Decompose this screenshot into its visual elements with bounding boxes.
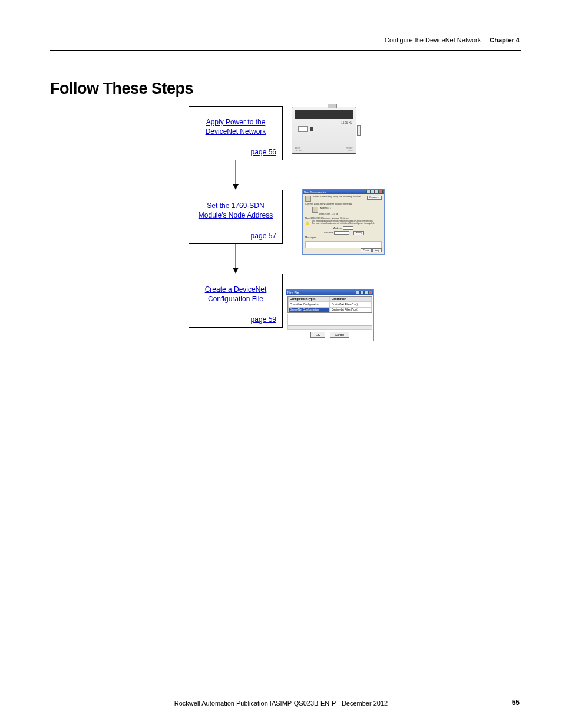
psu-led — [310, 127, 313, 131]
dialog3-titlebar: New File — [286, 289, 373, 295]
svg-marker-3 — [233, 268, 239, 274]
dialog2-current-header: Current 1769-SDN Scanner Module Settings — [305, 203, 382, 206]
new-rate-select[interactable] — [334, 231, 349, 235]
dialog2-window-controls — [366, 190, 383, 193]
flow-step-1: Apply Power to the DeviceNet Network pag… — [189, 106, 283, 160]
min-icon[interactable] — [366, 190, 371, 193]
close-icon[interactable] — [379, 190, 383, 193]
dialog2-new-header: New 1769-SDN Scanner Module Settings — [305, 217, 382, 220]
dialog2-warning-text: The network data rate should not be chan… — [312, 220, 376, 225]
flow-step-3: Create a DeviceNet Configuration File pa… — [189, 274, 283, 328]
footer-page-number: 55 — [512, 699, 520, 707]
dialog2-body: Select a device by using the browsing se… — [303, 194, 384, 254]
psu-foot-right: OUTPUT24V DC — [330, 148, 353, 152]
psu-top-vent — [295, 110, 353, 119]
flow-step-3-page[interactable]: page 59 — [251, 315, 276, 324]
svg-marker-1 — [233, 184, 239, 190]
flow-step-1-page[interactable]: page 56 — [251, 148, 276, 156]
device-icon — [305, 196, 311, 202]
help-icon[interactable] — [375, 190, 379, 193]
flow-connector-2 — [177, 244, 295, 274]
page-title: Follow These Steps — [50, 80, 193, 98]
current-rate-value: 125 kb — [331, 212, 338, 215]
flow-step-2-link[interactable]: Set the 1769-SDN Module's Node Address — [189, 190, 282, 220]
browse-button[interactable]: Browse... — [367, 196, 382, 200]
messages-area — [305, 241, 382, 248]
thumb-power-supply: 1606-XL INPUT100-240V OUTPUT24V DC — [286, 103, 368, 162]
current-address-label: Address — [320, 206, 329, 209]
psu-body: 1606-XL INPUT100-240V OUTPUT24V DC — [292, 107, 356, 154]
max-icon[interactable] — [371, 190, 375, 193]
grid-header-desc: Description — [330, 297, 372, 302]
dialog3-list-blank — [287, 314, 372, 330]
warning-icon — [305, 220, 310, 225]
flowchart: Apply Power to the DeviceNet Network pag… — [177, 106, 295, 328]
flow-step-2: Set the 1769-SDN Module's Node Address p… — [189, 190, 283, 244]
new-address-input[interactable] — [343, 226, 353, 230]
grid-row1-desc: ControlNet Files (*.xc) — [330, 302, 372, 307]
new-rate-label: Data Rate — [323, 231, 333, 234]
flow-step-3-link[interactable]: Create a DeviceNet Configuration File — [189, 274, 282, 304]
dialog3-title-text: New File — [287, 291, 299, 294]
grid-header-types: Configuration Types — [288, 297, 330, 302]
dialog2-instruction: Select a device by using the browsing se… — [313, 195, 361, 198]
grid-row2-type[interactable]: DeviceNet Configuration — [288, 307, 330, 312]
header-rule — [50, 50, 521, 51]
thumb-node-commissioning-dialog: Node Commissioning Select a device by us… — [302, 189, 385, 255]
dialog2-title-text: Node Commissioning — [304, 190, 326, 193]
cancel-button[interactable]: Cancel — [330, 332, 350, 338]
dialog3: New File Configuration Types Description… — [286, 289, 374, 341]
thumb-new-file-dialog: New File Configuration Types Description… — [286, 289, 374, 342]
min-icon[interactable] — [356, 291, 360, 294]
header-chapter: Chapter 4 — [490, 37, 520, 44]
current-rate-label: Data Rate — [319, 212, 330, 215]
flow-step-1-link[interactable]: Apply Power to the DeviceNet Network — [189, 107, 282, 136]
psu-foot-left: INPUT100-240V — [295, 148, 318, 152]
running-header: Configure the DeviceNet Network Chapter … — [385, 37, 520, 44]
grid-row2-desc: DeviceNet Files (*.dnt) — [330, 307, 372, 312]
header-section: Configure the DeviceNet Network — [385, 37, 481, 44]
max-icon[interactable] — [364, 291, 368, 294]
restore-icon[interactable] — [360, 291, 364, 294]
ok-button[interactable]: OK — [310, 332, 325, 338]
psu-port — [298, 126, 308, 132]
flow-step-2-page[interactable]: page 57 — [251, 232, 276, 240]
psu-model-label: 1606-XL — [341, 121, 352, 124]
current-address-value: 1 — [330, 206, 331, 209]
apply-button[interactable]: Apply — [353, 231, 364, 235]
footer-publication: Rockwell Automation Publication IASIMP-Q… — [0, 700, 562, 707]
dialog3-grid: Configuration Types Description ControlN… — [287, 296, 372, 313]
new-address-label: Address — [333, 226, 342, 229]
dialog2-titlebar: Node Commissioning — [303, 189, 384, 194]
messages-label: Messages — [305, 236, 382, 239]
dialog3-window-controls — [356, 291, 372, 294]
close-icon[interactable] — [368, 291, 372, 294]
psu-side-tab — [357, 125, 361, 136]
close-button[interactable]: Close — [361, 248, 371, 252]
flow-connector-1 — [177, 160, 295, 190]
module-icon — [312, 207, 318, 213]
help-button[interactable]: Help — [372, 248, 382, 252]
grid-row1-type[interactable]: ControlNet Configuration — [288, 302, 330, 307]
